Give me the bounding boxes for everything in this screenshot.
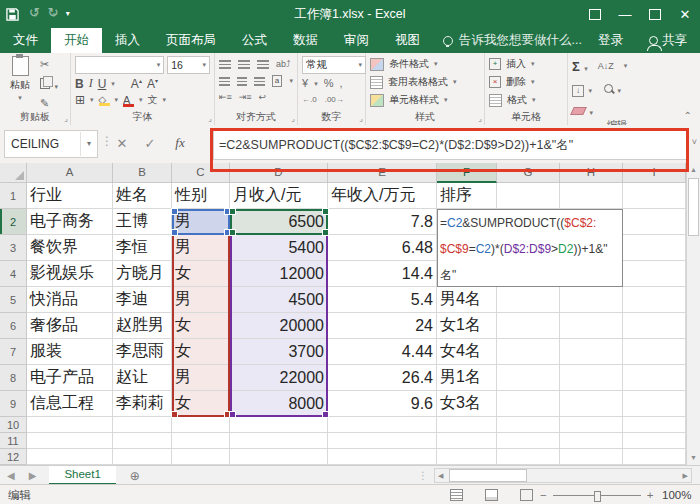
cell-I7[interactable] bbox=[623, 339, 686, 365]
tab-home[interactable]: 开始 bbox=[51, 28, 102, 53]
borders-icon[interactable]: ⊞ bbox=[75, 93, 85, 107]
cell-G3[interactable] bbox=[497, 235, 560, 261]
cell-H9[interactable] bbox=[560, 391, 623, 417]
sheet-tab-sheet1[interactable]: Sheet1 bbox=[49, 466, 115, 485]
cell-D5[interactable]: 4500 bbox=[230, 287, 328, 313]
tab-insert[interactable]: 插入 bbox=[102, 28, 153, 53]
cell-D1[interactable]: 月收入/元 bbox=[230, 183, 328, 209]
sort-icon[interactable]: A↓Z bbox=[598, 60, 614, 73]
maximize-icon[interactable] bbox=[640, 0, 670, 28]
tab-formulas[interactable]: 公式 bbox=[229, 28, 280, 53]
cell-C7[interactable]: 女 bbox=[172, 339, 230, 365]
cell-A5[interactable]: 快消品 bbox=[27, 287, 113, 313]
row-header-4[interactable]: 4 bbox=[0, 261, 27, 287]
zoom-in-icon[interactable]: + bbox=[647, 489, 654, 501]
cell-B6[interactable]: 赵胜男 bbox=[113, 313, 172, 339]
cell-F6[interactable]: 女1名 bbox=[437, 313, 497, 339]
row-header-7[interactable]: 7 bbox=[0, 339, 27, 365]
cell-C9[interactable]: 女 bbox=[172, 391, 230, 417]
cell-E1[interactable]: 年收入/万元 bbox=[328, 183, 437, 209]
column-header-E[interactable]: E bbox=[328, 163, 437, 183]
cell-D9[interactable]: 8000 bbox=[230, 391, 328, 417]
cell-F8[interactable]: 男1名 bbox=[437, 365, 497, 391]
font-color-icon[interactable]: A bbox=[123, 94, 134, 107]
cell-I10[interactable] bbox=[623, 417, 686, 433]
cell-A6[interactable]: 奢侈品 bbox=[27, 313, 113, 339]
cell-C1[interactable]: 性别 bbox=[172, 183, 230, 209]
row-header-5[interactable]: 5 bbox=[0, 287, 27, 313]
align-right-icon[interactable] bbox=[254, 77, 265, 86]
cell-I2[interactable] bbox=[623, 209, 686, 235]
number-dialog-launcher[interactable]: ⌟ bbox=[359, 115, 363, 123]
cell-B3[interactable]: 李恒 bbox=[113, 235, 172, 261]
cell-D12[interactable] bbox=[230, 449, 328, 465]
cell-H4[interactable] bbox=[560, 261, 623, 287]
cell-A4[interactable]: 影视娱乐 bbox=[27, 261, 113, 287]
comma-icon[interactable]: , bbox=[339, 77, 342, 90]
cell-F5[interactable]: 男4名 bbox=[437, 287, 497, 313]
horizontal-scroll-thumb[interactable] bbox=[449, 469, 527, 482]
column-header-B[interactable]: B bbox=[113, 163, 172, 183]
cell-F11[interactable] bbox=[437, 433, 497, 449]
name-box[interactable]: CEILING ▾ bbox=[4, 130, 98, 158]
page-break-icon[interactable] bbox=[520, 489, 533, 501]
cell-F2[interactable] bbox=[437, 209, 497, 235]
scroll-up-icon[interactable]: ▲ bbox=[687, 163, 700, 177]
fx-icon[interactable]: fx bbox=[168, 130, 192, 156]
orientation-icon[interactable]: ab⤴ bbox=[276, 58, 291, 71]
phonetic-button[interactable]: 文 bbox=[148, 93, 158, 107]
cell-B2[interactable]: 王博 bbox=[113, 209, 172, 235]
cell-B4[interactable]: 方晓月 bbox=[113, 261, 172, 287]
cell-D4[interactable]: 12000 bbox=[230, 261, 328, 287]
zoom-slider[interactable] bbox=[553, 495, 641, 496]
align-bottom-icon[interactable] bbox=[257, 60, 269, 69]
column-header-I[interactable]: I bbox=[623, 163, 686, 183]
row-header-12[interactable]: 12 bbox=[0, 449, 27, 465]
cancel-icon[interactable]: ✕ bbox=[110, 130, 134, 156]
cell-I5[interactable] bbox=[623, 287, 686, 313]
tab-review[interactable]: 审阅 bbox=[331, 28, 382, 53]
cell-E7[interactable]: 4.44 bbox=[328, 339, 437, 365]
row-header-10[interactable]: 10 bbox=[0, 417, 27, 433]
cell-F3[interactable] bbox=[437, 235, 497, 261]
grow-font-button[interactable]: A▴ bbox=[131, 77, 142, 91]
shrink-font-button[interactable]: A▾ bbox=[147, 77, 158, 91]
cell-I8[interactable] bbox=[623, 365, 686, 391]
cell-A3[interactable]: 餐饮界 bbox=[27, 235, 113, 261]
cell-F12[interactable] bbox=[437, 449, 497, 465]
paste-button[interactable]: 粘贴▾ bbox=[4, 56, 36, 111]
cell-B1[interactable]: 姓名 bbox=[113, 183, 172, 209]
add-sheet-icon[interactable]: ⊕ bbox=[130, 469, 140, 483]
share-button[interactable]: 共享 bbox=[636, 28, 700, 53]
cell-H1[interactable] bbox=[560, 183, 623, 209]
cut-icon[interactable]: ✂ bbox=[40, 58, 58, 71]
cell-B8[interactable]: 赵让 bbox=[113, 365, 172, 391]
cell-C3[interactable]: 男 bbox=[172, 235, 230, 261]
cell-I12[interactable] bbox=[623, 449, 686, 465]
cell-F10[interactable] bbox=[437, 417, 497, 433]
align-center-icon[interactable] bbox=[237, 77, 248, 86]
cell-D2[interactable]: 6500 bbox=[230, 209, 328, 235]
find-icon[interactable]: ▾ bbox=[604, 79, 621, 97]
clear-icon[interactable]: ▾ bbox=[572, 101, 593, 119]
normal-view-icon[interactable] bbox=[450, 489, 463, 501]
cell-A10[interactable] bbox=[27, 417, 113, 433]
cell-E5[interactable]: 5.4 bbox=[328, 287, 437, 313]
cell-G4[interactable] bbox=[497, 261, 560, 287]
collapse-ribbon-icon[interactable]: ⌃ bbox=[684, 110, 692, 121]
underline-button[interactable]: U bbox=[98, 77, 107, 91]
styles-dialog-launcher[interactable]: ⌟ bbox=[478, 115, 482, 123]
row-header-8[interactable]: 8 bbox=[0, 365, 27, 391]
cell-E9[interactable]: 9.6 bbox=[328, 391, 437, 417]
cell-C5[interactable]: 男 bbox=[172, 287, 230, 313]
tab-view[interactable]: 视图 bbox=[382, 28, 433, 53]
cell-C12[interactable] bbox=[172, 449, 230, 465]
row-header-11[interactable]: 11 bbox=[0, 433, 27, 449]
cell-D6[interactable]: 20000 bbox=[230, 313, 328, 339]
cell-styles-button[interactable]: 单元格样式▾ bbox=[370, 93, 480, 107]
tab-data[interactable]: 数据 bbox=[280, 28, 331, 53]
cell-H5[interactable] bbox=[560, 287, 623, 313]
minimize-icon[interactable]: — bbox=[610, 0, 640, 28]
name-box-dropdown-icon[interactable]: ▾ bbox=[80, 132, 97, 156]
cell-G10[interactable] bbox=[497, 417, 560, 433]
